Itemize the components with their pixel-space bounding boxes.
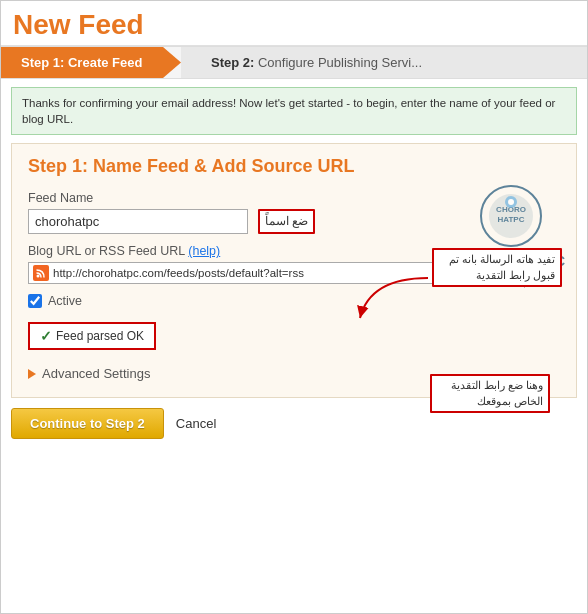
feed-ok-text: Feed parsed OK xyxy=(56,329,144,343)
page-title: New Feed xyxy=(13,9,575,41)
section-step-text: Name Feed & Add Source URL xyxy=(93,156,354,176)
active-row: Active xyxy=(28,294,560,308)
rss-icon xyxy=(33,265,49,281)
continue-button[interactable]: Continue to Step 2 xyxy=(11,408,164,439)
section-step-num: Step 1: xyxy=(28,156,88,176)
step2-num: Step 2: xyxy=(211,55,254,70)
feed-name-group: Feed Name ضع اسماً xyxy=(28,191,560,234)
expand-icon xyxy=(28,369,36,379)
feed-ok-annotation: تفيد هاته الرسالة بانه تم قبول رابط التق… xyxy=(432,248,562,287)
step1-tab[interactable]: Step 1: Create Feed xyxy=(1,47,181,78)
feed-name-input[interactable] xyxy=(28,209,248,234)
step1-num: Step 1: xyxy=(21,55,64,70)
section-title: Step 1: Name Feed & Add Source URL xyxy=(28,156,560,177)
feed-name-annotation: ضع اسماً xyxy=(258,209,315,234)
step2-tab[interactable]: Step 2: Configure Publishing Servi... xyxy=(181,47,587,78)
cancel-button[interactable]: Cancel xyxy=(176,416,216,431)
active-checkbox[interactable] xyxy=(28,294,42,308)
header: New Feed xyxy=(1,1,587,46)
active-label: Active xyxy=(48,294,82,308)
feed-ok-badge: ✓ Feed parsed OK xyxy=(28,322,156,350)
steps-bar: Step 1: Create Feed Step 2: Configure Pu… xyxy=(1,46,587,79)
step1-text: Create Feed xyxy=(68,55,142,70)
url-annotation: وهنا ضع رابط التقدية الخاص بموقعك xyxy=(430,374,550,413)
blog-url-help[interactable]: (help) xyxy=(188,244,220,258)
check-icon: ✓ xyxy=(40,328,52,344)
svg-point-0 xyxy=(37,275,40,278)
page-container: New Feed Step 1: Create Feed Step 2: Con… xyxy=(0,0,588,614)
content-area: Step 1: Name Feed & Add Source URL Feed … xyxy=(11,143,577,398)
advanced-settings-label: Advanced Settings xyxy=(42,366,150,381)
arrow-svg xyxy=(350,268,430,328)
info-banner: Thanks for confirming your email address… xyxy=(11,87,577,135)
feed-name-label: Feed Name xyxy=(28,191,560,205)
step2-text: Configure Publishing Servi... xyxy=(258,55,422,70)
